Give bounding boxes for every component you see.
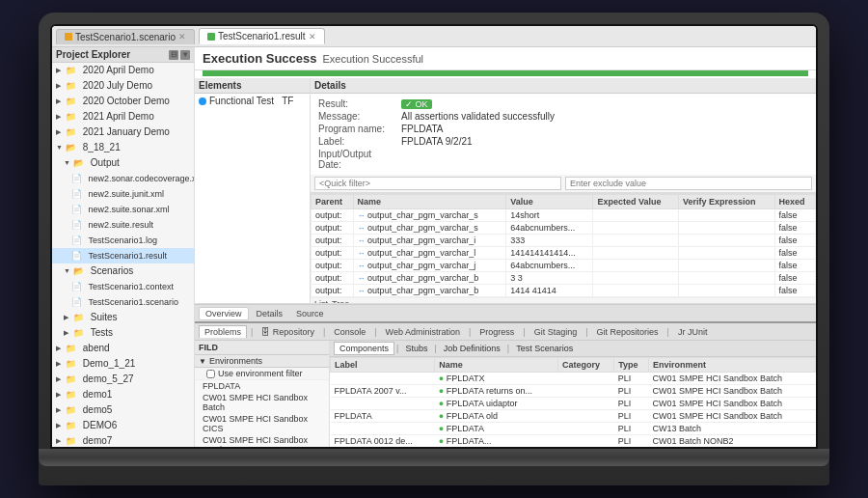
list-label[interactable]: List (314, 299, 328, 303)
env-cell-cat (557, 423, 613, 435)
table-row: output: ↔ output_char_pgm_varchar_b 3 3 … (312, 272, 816, 285)
tab-overview[interactable]: Overview (199, 307, 249, 320)
functional-test-icon (199, 97, 206, 105)
bp-tab-gitrepos[interactable]: Git Repositories (592, 326, 664, 338)
tree-item-file1[interactable]: 📄 new2.sonar.codecoverage.xml (52, 171, 194, 186)
env-subtab-testscenarios[interactable]: Test Scenarios (511, 343, 578, 354)
cell-parent: output: (312, 235, 354, 247)
env-subtab-stubs[interactable]: Stubs (400, 343, 432, 354)
bp-tab-webadmin[interactable]: Web Administration (381, 326, 465, 338)
cell-name: ↔ output_char_pgm_varchar_s (353, 209, 506, 222)
tree-item[interactable]: ▶📁 2020 April Demo (52, 63, 194, 78)
env-arrow: ▼ (199, 357, 206, 366)
sidebar-header-icons: ⊟ ▾ (169, 50, 190, 60)
tree-item[interactable]: ▶📁 2020 October Demo (52, 94, 194, 109)
env-filter-row: Use environment filter (195, 368, 329, 380)
tab-details[interactable]: Details (251, 308, 289, 319)
tab-result-close[interactable]: ✕ (309, 32, 316, 42)
tree-item-demo121[interactable]: ▶📁 Demo_1_21 (52, 356, 194, 372)
tree-item-tests[interactable]: ▶📁 Tests (52, 325, 194, 341)
fild-row-4[interactable]: CW01 SMPE HCI Sandbox Batch (195, 434, 329, 447)
tab-scenario[interactable]: TestScenario1.scenario ✕ (56, 29, 195, 44)
quick-filter-input[interactable] (314, 177, 561, 190)
env-cell-cat (557, 398, 613, 410)
env-row: ● FPLDATX PLI CW01 SMPE HCI Sandbox Batc… (331, 373, 816, 385)
tree-item-8_18_21[interactable]: ▼📂 8_18_21 (52, 140, 194, 155)
bp-tab-problems[interactable]: Problems (199, 325, 247, 338)
program-label: Program name: (318, 124, 395, 134)
cell-expected (593, 272, 678, 285)
environments-section[interactable]: ▼ Environments (195, 355, 329, 368)
tree-item[interactable]: ▶📁 2021 January Demo (52, 124, 194, 140)
exclude-filter-input[interactable] (565, 177, 812, 190)
tree-item-file3[interactable]: 📄 new2.suite.sonar.xml (52, 202, 194, 217)
col-expected: Expected Value (593, 195, 678, 209)
bp-tab-repository[interactable]: 🗄 Repository (257, 326, 319, 338)
env-filter-checkbox[interactable] (206, 370, 215, 378)
bp-tab-junit[interactable]: Jr JUnit (673, 326, 713, 338)
env-table: Label Name Category Type Environment (330, 357, 816, 447)
execution-title: Execution Success (203, 51, 317, 66)
env-subtab-components[interactable]: Components (334, 342, 394, 355)
fild-row-3[interactable]: CW01 SMPE HCI Sandbox CICS (195, 413, 329, 434)
execution-banner: Execution Success Execution Successful (195, 47, 816, 70)
sep4: | (467, 327, 473, 337)
cell-value: 64abcnumbers... (506, 260, 593, 272)
tree-item-scenarios[interactable]: ▼📂 Scenarios (52, 263, 194, 279)
tree-item-scenario-file[interactable]: 📄 TestScenario1.scenario (52, 294, 194, 310)
sep1: | (249, 327, 255, 337)
cell-verify (678, 285, 774, 297)
tree-item-output[interactable]: ▼📂 Output (52, 155, 194, 171)
fild-column: FILD ▼ Environments Use environment filt… (195, 341, 330, 447)
cell-value: 333 (506, 235, 593, 247)
bp-tab-progress[interactable]: Progress (475, 326, 519, 338)
env-subtab-jobdefs[interactable]: Job Definitions (439, 343, 505, 354)
fild-row-2[interactable]: CW01 SMPE HCI Sandbox Batch (195, 392, 329, 413)
env-cell-type: PLI (614, 398, 649, 410)
env-table-header: Label Name Category Type Environment (331, 358, 816, 373)
tree-item-abend[interactable]: ▶📁 abend (52, 341, 194, 356)
col-value: Value (506, 195, 593, 209)
tree-item-suites[interactable]: ▶📁 Suites (52, 310, 194, 325)
env-cell-name: ● FPLDATA uidaptor (435, 398, 558, 410)
tree-item-demo6[interactable]: ▶📁 DEMO6 (52, 418, 194, 433)
functional-test-item[interactable]: Functional Test TF (195, 94, 310, 108)
tab-source[interactable]: Source (290, 308, 330, 319)
tree-item-demo7[interactable]: ▶📁 demo7 (52, 433, 194, 447)
tree-label[interactable]: Tree (332, 299, 349, 303)
sidebar-header: Project Explorer ⊟ ▾ (52, 47, 194, 63)
cell-name: ↔ output_char_pgm_varchar_b (353, 272, 506, 285)
result-icon (207, 33, 215, 41)
bp-tab-gitstaging[interactable]: Git Staging (529, 326, 583, 338)
tab-result[interactable]: TestScenario1.result ✕ (199, 28, 325, 44)
tree-item-file4[interactable]: 📄 new2.suite.result (52, 217, 194, 233)
detail-row-message: Message: All assertions validated succes… (318, 110, 808, 123)
result-label: Result: (318, 98, 395, 109)
cell-hexed: false (774, 222, 816, 235)
tree-item-context[interactable]: 📄 TestScenario1.context (52, 279, 194, 294)
cell-value: 14short (506, 209, 593, 222)
bp-tab-console[interactable]: Console (329, 326, 370, 338)
tree-item[interactable]: ▶📁 2021 April Demo (52, 109, 194, 124)
env-cell-cat (557, 385, 613, 398)
sidebar-collapse-icon[interactable]: ⊟ (169, 50, 178, 60)
env-cell-label: FPLDATA (331, 410, 435, 423)
tree-item-result[interactable]: 📄 TestScenario1.result (52, 248, 194, 263)
env-col-label: Label (331, 358, 435, 373)
tree-item-demo1[interactable]: ▶📁 demo1 (52, 387, 194, 402)
tree-item-file5[interactable]: 📄 TestScenario1.log (52, 233, 194, 248)
col-hexed: Hexed (774, 195, 816, 209)
tree-item-file2[interactable]: 📄 new2.suite.junit.xml (52, 186, 194, 202)
env-cell-name: ● FPLDATA old (435, 410, 558, 423)
env-cell-env: CW01 SMPE HCI Sandbox Batch (648, 385, 815, 398)
tab-scenario-close[interactable]: ✕ (178, 32, 186, 42)
fild-row-1[interactable]: FPLDATA (195, 380, 329, 392)
env-row: ● FPLDATA uidaptor PLI CW01 SMPE HCI San… (331, 398, 816, 410)
cell-name: ↔ output_char_pgm_varchar_s (353, 222, 506, 235)
env-cell-type: PLI (614, 435, 649, 448)
tree-item-demo5[interactable]: ▶📁 demo5 (52, 402, 194, 418)
tree-item-demo527[interactable]: ▶📁 demo_5_27 (52, 372, 194, 387)
laptop-base (39, 449, 829, 466)
sidebar-menu-icon[interactable]: ▾ (180, 50, 190, 60)
tree-item[interactable]: ▶📁 2020 July Demo (52, 78, 194, 94)
